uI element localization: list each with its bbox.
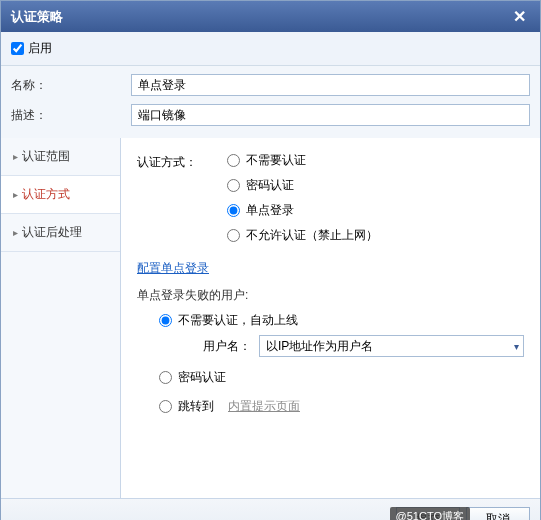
sidebar-item-post[interactable]: ▸ 认证后处理: [1, 214, 120, 252]
close-icon[interactable]: ✕: [509, 7, 530, 26]
fail-option-redirect[interactable]: 跳转到 内置提示页面: [159, 398, 524, 415]
radio-password[interactable]: [227, 179, 240, 192]
enable-checkbox-label[interactable]: 启用: [11, 40, 530, 57]
radio-fail-noauth[interactable]: [159, 314, 172, 327]
chevron-right-icon: ▸: [13, 151, 18, 162]
radio-label: 跳转到: [178, 398, 214, 415]
name-label: 名称：: [11, 77, 131, 94]
username-select[interactable]: 以IP地址作为用户名 ▾: [259, 335, 524, 357]
username-label: 用户名：: [181, 338, 251, 355]
radio-disallow[interactable]: [227, 229, 240, 242]
radio-sso[interactable]: [227, 204, 240, 217]
enable-row: 启用: [1, 32, 540, 66]
radio-label: 不需要认证，自动上线: [178, 312, 298, 329]
auth-method-line: 认证方式： 不需要认证 密码认证 单点登录: [137, 152, 524, 244]
desc-label: 描述：: [11, 107, 131, 124]
sso-fail-title: 单点登录失败的用户:: [137, 287, 524, 304]
sidebar-item-scope[interactable]: ▸ 认证范围: [1, 138, 120, 176]
radio-label: 不允许认证（禁止上网）: [246, 227, 378, 244]
radio-label: 密码认证: [246, 177, 294, 194]
cancel-button[interactable]: 取消: [466, 507, 530, 520]
main-area: ▸ 认证范围 ▸ 认证方式 ▸ 认证后处理 认证方式： 不需要认证: [1, 138, 540, 498]
chevron-right-icon: ▸: [13, 189, 18, 200]
auth-policy-dialog: 认证策略 ✕ 启用 名称： 描述： ▸ 认证范围 ▸ 认证方式: [0, 0, 541, 520]
chevron-right-icon: ▸: [13, 227, 18, 238]
radio-label: 密码认证: [178, 369, 226, 386]
titlebar: 认证策略 ✕: [1, 1, 540, 32]
auth-method-none[interactable]: 不需要认证: [227, 152, 378, 169]
enable-label-text: 启用: [28, 40, 52, 57]
fail-option-password[interactable]: 密码认证: [159, 369, 524, 386]
radio-label: 不需要认证: [246, 152, 306, 169]
sidebar-item-label: 认证后处理: [22, 224, 82, 241]
sidebar-item-method[interactable]: ▸ 认证方式: [1, 176, 120, 214]
radio-label: 单点登录: [246, 202, 294, 219]
sidebar-item-label: 认证范围: [22, 148, 70, 165]
redirect-page-link[interactable]: 内置提示页面: [228, 398, 300, 415]
sidebar-item-label: 认证方式: [22, 186, 70, 203]
side-nav: ▸ 认证范围 ▸ 认证方式 ▸ 认证后处理: [1, 138, 121, 498]
desc-row: 描述：: [11, 100, 530, 130]
fail-options-block: 不需要认证，自动上线 用户名： 以IP地址作为用户名 ▾ 密码认证: [159, 312, 524, 415]
config-sso-link[interactable]: 配置单点登录: [137, 260, 209, 277]
enable-checkbox[interactable]: [11, 42, 24, 55]
radio-fail-redirect[interactable]: [159, 400, 172, 413]
fail-option-noauth[interactable]: 不需要认证，自动上线: [159, 312, 524, 329]
name-input[interactable]: [131, 74, 530, 96]
auth-method-password[interactable]: 密码认证: [227, 177, 378, 194]
footer: @51CTO博客 提交 取消: [1, 498, 540, 520]
auth-method-label: 认证方式：: [137, 152, 227, 171]
username-row: 用户名： 以IP地址作为用户名 ▾: [181, 335, 524, 357]
chevron-down-icon: ▾: [514, 341, 519, 352]
sso-fail-section: 单点登录失败的用户: 不需要认证，自动上线 用户名： 以IP地址作为用户名 ▾: [137, 287, 524, 415]
desc-input[interactable]: [131, 104, 530, 126]
dialog-title: 认证策略: [11, 8, 63, 26]
username-select-value: 以IP地址作为用户名: [266, 338, 373, 355]
radio-none[interactable]: [227, 154, 240, 167]
watermark: @51CTO博客: [390, 507, 470, 520]
radio-fail-password[interactable]: [159, 371, 172, 384]
form-rows: 名称： 描述：: [1, 66, 540, 138]
auth-method-disallow[interactable]: 不允许认证（禁止上网）: [227, 227, 378, 244]
auth-method-options: 不需要认证 密码认证 单点登录 不允许认证（禁止上网）: [227, 152, 378, 244]
name-row: 名称：: [11, 70, 530, 100]
content-panel: 认证方式： 不需要认证 密码认证 单点登录: [121, 138, 540, 498]
auth-method-sso[interactable]: 单点登录: [227, 202, 378, 219]
